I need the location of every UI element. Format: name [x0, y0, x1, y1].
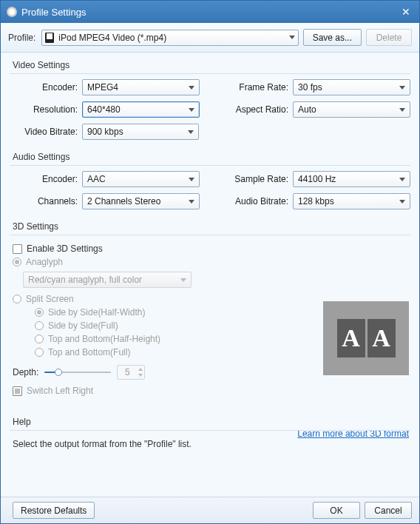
audio-bitrate-select[interactable]: 128 kbps — [293, 193, 410, 209]
chevron-down-icon — [399, 178, 405, 181]
sample-rate-select[interactable]: 44100 Hz — [293, 171, 410, 187]
3d-settings-title: 3D Settings — [10, 221, 410, 232]
profile-value: iPod MPEG4 Video (*.mp4) — [58, 33, 285, 43]
video-bitrate-label: Video Bitrate: — [10, 127, 82, 137]
frame-rate-select[interactable]: 30 fps — [293, 79, 410, 95]
restore-defaults-button[interactable]: Restore Defaults — [13, 502, 95, 519]
ok-button[interactable]: OK — [313, 502, 360, 519]
switch-lr-checkbox — [13, 386, 22, 396]
tb-half-label: Top and Bottom(Half-Height) — [48, 334, 160, 344]
tb-full-radio — [35, 348, 44, 357]
enable-3d-label: Enable 3D Settings — [27, 243, 103, 254]
chevron-down-icon — [189, 108, 194, 112]
save-as-button[interactable]: Save as... — [303, 29, 362, 46]
chevron-down-icon — [189, 86, 194, 90]
resolution-select[interactable]: 640*480 — [82, 101, 200, 118]
tb-half-radio — [35, 335, 44, 343]
sample-rate-label: Sample Rate: — [220, 174, 293, 184]
resolution-label: Resolution: — [10, 104, 82, 115]
ipod-icon — [45, 33, 54, 43]
profile-label: Profile: — [8, 33, 35, 43]
audio-settings-group: Audio Settings Encoder: AAC Sample Rate:… — [10, 152, 410, 209]
frame-rate-label: Frame Rate: — [220, 82, 293, 93]
depth-spinner: 5 — [117, 365, 145, 380]
aspect-ratio-label: Aspect Ratio: — [220, 104, 293, 115]
side-full-label: Side by Side(Full) — [48, 320, 118, 331]
side-full-radio — [35, 321, 44, 330]
split-screen-label: Split Screen — [26, 294, 74, 304]
chevron-down-icon — [180, 278, 186, 282]
titlebar: Profile Settings ✕ — [1, 1, 419, 23]
video-encoder-select[interactable]: MPEG4 — [82, 79, 200, 95]
switch-lr-label: Switch Left Right — [27, 386, 93, 396]
video-bitrate-select[interactable]: 900 kbps — [82, 124, 199, 140]
audio-encoder-select[interactable]: AAC — [82, 171, 200, 187]
aspect-ratio-select[interactable]: Auto — [293, 101, 410, 118]
spinner-up-icon — [138, 368, 143, 371]
chevron-down-icon — [188, 130, 194, 134]
app-icon — [7, 7, 17, 17]
close-icon[interactable]: ✕ — [399, 4, 413, 19]
chevron-down-icon — [399, 86, 405, 90]
audio-settings-title: Audio Settings — [10, 152, 410, 162]
chevron-down-icon — [189, 178, 194, 181]
anaglyph-radio — [13, 258, 21, 266]
spinner-down-icon — [138, 374, 143, 377]
depth-slider[interactable] — [44, 367, 111, 377]
audio-bitrate-label: Audio Bitrate: — [220, 196, 293, 206]
video-encoder-label: Encoder: — [10, 82, 82, 93]
3d-preview: A A — [323, 301, 409, 375]
chevron-down-icon — [189, 200, 194, 204]
audio-encoder-label: Encoder: — [10, 174, 82, 184]
delete-button: Delete — [366, 29, 412, 46]
split-screen-radio — [13, 295, 21, 303]
video-settings-title: Video Settings — [10, 60, 410, 70]
chevron-down-icon — [289, 36, 295, 39]
side-half-radio — [35, 308, 44, 317]
chevron-down-icon — [399, 108, 405, 112]
preview-letter-left: A — [337, 319, 365, 357]
chevron-down-icon — [399, 200, 405, 204]
side-half-label: Side by Side(Half-Width) — [48, 307, 145, 318]
cancel-button[interactable]: Cancel — [365, 502, 412, 519]
anaglyph-label: Anaglyph — [26, 257, 63, 267]
depth-label: Depth: — [13, 367, 38, 377]
slider-thumb[interactable] — [55, 369, 62, 376]
channels-label: Channels: — [10, 196, 82, 206]
help-title: Help — [10, 417, 410, 427]
tb-full-label: Top and Bottom(Full) — [48, 347, 130, 357]
window-title: Profile Settings — [21, 7, 399, 18]
enable-3d-checkbox[interactable] — [13, 244, 22, 254]
profile-select[interactable]: iPod MPEG4 Video (*.mp4) — [41, 30, 298, 46]
preview-letter-right: A — [368, 319, 396, 357]
anaglyph-option-select: Red/cyan anaglyph, full color — [23, 272, 192, 288]
video-settings-group: Video Settings Encoder: MPEG4 Frame Rate… — [10, 60, 410, 140]
channels-select[interactable]: 2 Channels Stereo — [82, 193, 200, 209]
